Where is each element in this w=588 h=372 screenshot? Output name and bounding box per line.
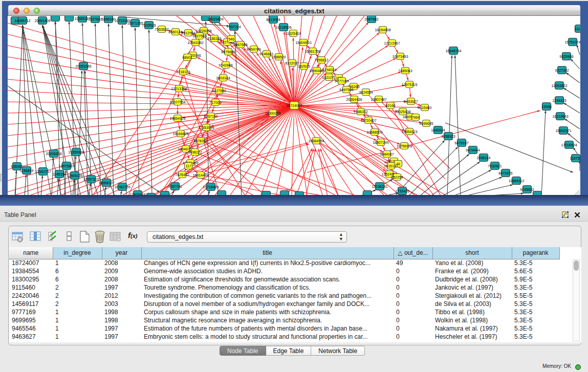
- svg-text:15720407: 15720407: [360, 119, 376, 122]
- svg-text:16107554: 16107554: [169, 100, 185, 104]
- svg-text:8186328: 8186328: [207, 37, 221, 40]
- svg-text:1145194: 1145194: [53, 172, 67, 176]
- svg-text:252254: 252254: [391, 176, 403, 179]
- svg-text:12505135: 12505135: [67, 174, 82, 178]
- svg-text:8454749: 8454749: [247, 48, 260, 51]
- svg-text:20206538: 20206538: [46, 152, 61, 156]
- svg-text:10654112: 10654112: [509, 179, 525, 183]
- svg-text:10973493: 10973493: [392, 55, 408, 58]
- svg-text:17957203: 17957203: [83, 178, 99, 181]
- svg-text:8267150: 8267150: [204, 115, 217, 118]
- svg-text:2087682: 2087682: [364, 17, 378, 21]
- svg-text:14055712: 14055712: [14, 19, 30, 23]
- svg-text:16782759: 16782759: [114, 185, 130, 189]
- svg-text:1527602: 1527602: [88, 17, 102, 21]
- svg-text:1615132: 1615132: [384, 164, 398, 168]
- svg-text:9777169: 9777169: [335, 79, 349, 83]
- svg-text:19756928: 19756928: [396, 144, 412, 148]
- svg-text:19654923: 19654923: [401, 130, 417, 134]
- svg-text:2935114: 2935114: [477, 156, 491, 160]
- svg-text:7986372: 7986372: [354, 110, 367, 114]
- svg-text:162625: 162625: [298, 64, 310, 68]
- svg-text:13226058: 13226058: [195, 29, 211, 33]
- svg-text:9358923: 9358923: [441, 135, 455, 138]
- svg-text:8875685: 8875685: [221, 50, 235, 54]
- svg-text:62160: 62160: [385, 104, 396, 107]
- svg-text:20053346: 20053346: [75, 64, 91, 68]
- svg-text:15958: 15958: [541, 105, 552, 108]
- svg-text:15692971: 15692971: [555, 129, 571, 133]
- svg-text:7632621: 7632621: [488, 164, 502, 168]
- svg-text:12213369: 12213369: [171, 87, 187, 91]
- svg-text:16154808: 16154808: [375, 28, 390, 32]
- svg-text:15136141: 15136141: [372, 185, 387, 188]
- svg-text:18724007: 18724007: [286, 104, 302, 107]
- svg-text:15716485: 15716485: [203, 185, 219, 189]
- svg-text:6497508: 6497508: [339, 88, 353, 92]
- svg-text:12942757: 12942757: [35, 170, 51, 173]
- svg-text:1156819: 1156819: [20, 169, 34, 172]
- svg-text:17359928: 17359928: [68, 150, 84, 154]
- svg-text:20691406: 20691406: [34, 19, 50, 23]
- svg-text:98901: 98901: [182, 56, 192, 59]
- svg-text:9245652: 9245652: [520, 188, 534, 191]
- svg-text:7563822: 7563822: [155, 28, 168, 31]
- svg-text:10025438: 10025438: [395, 110, 410, 114]
- svg-text:12353594: 12353594: [198, 126, 214, 129]
- svg-text:16914479: 16914479: [192, 173, 208, 177]
- svg-text:7357224: 7357224: [227, 25, 241, 29]
- svg-text:16671355: 16671355: [127, 21, 143, 25]
- svg-text:8678352: 8678352: [193, 139, 207, 143]
- svg-text:8660124: 8660124: [168, 30, 182, 34]
- svg-text:6794024: 6794024: [322, 68, 336, 72]
- svg-text:16648784: 16648784: [445, 49, 461, 53]
- svg-text:18807249: 18807249: [373, 141, 388, 144]
- svg-text:3624554: 3624554: [359, 91, 373, 94]
- svg-text:19384554: 19384554: [308, 139, 324, 143]
- svg-text:18300295: 18300295: [265, 112, 280, 115]
- svg-text:1244415: 1244415: [552, 99, 566, 102]
- svg-text:11122: 11122: [575, 27, 580, 31]
- svg-text:935061: 935061: [11, 165, 23, 168]
- svg-text:1733426: 1733426: [395, 189, 409, 193]
- svg-text:2803144: 2803144: [216, 76, 230, 80]
- svg-text:1621072: 1621072: [322, 76, 336, 79]
- svg-text:546: 546: [228, 37, 234, 41]
- svg-text:12213967: 12213967: [384, 41, 400, 45]
- svg-text:19218506: 19218506: [275, 26, 291, 29]
- svg-text:9884067: 9884067: [380, 152, 394, 156]
- svg-text:7955812: 7955812: [314, 58, 328, 62]
- svg-text:12093822: 12093822: [551, 84, 567, 87]
- svg-text:10958107: 10958107: [98, 181, 114, 185]
- svg-text:19166825: 19166825: [172, 132, 188, 136]
- svg-text:9115460: 9115460: [418, 106, 432, 110]
- svg-text:10543382: 10543382: [187, 41, 203, 45]
- svg-text:7515526: 7515526: [142, 24, 156, 27]
- svg-text:19854925: 19854925: [169, 117, 185, 120]
- svg-text:16033809: 16033809: [207, 17, 223, 21]
- svg-text:12975115: 12975115: [402, 83, 418, 86]
- svg-text:16210643: 16210643: [552, 115, 568, 118]
- svg-text:7485063: 7485063: [398, 69, 412, 73]
- svg-text:7964: 7964: [411, 116, 420, 119]
- svg-text:2867608: 2867608: [233, 43, 247, 47]
- svg-text:10807487: 10807487: [371, 98, 386, 101]
- svg-text:8471676: 8471676: [498, 171, 512, 175]
- svg-text:9329966: 9329966: [559, 55, 573, 58]
- svg-text:1588520: 1588520: [272, 55, 286, 59]
- svg-text:9827509: 9827509: [192, 34, 206, 38]
- svg-text:9463627: 9463627: [404, 100, 418, 103]
- svg-text:9699695: 9699695: [419, 122, 433, 125]
- svg-text:10688609: 10688609: [366, 130, 382, 134]
- svg-text:17016504: 17016504: [561, 143, 577, 147]
- svg-text:8813054: 8813054: [266, 18, 280, 21]
- svg-text:11325419: 11325419: [286, 32, 301, 35]
- svg-text:8990448: 8990448: [310, 69, 323, 73]
- svg-text:9242848: 9242848: [219, 63, 232, 67]
- svg-text:9474444: 9474444: [466, 148, 480, 152]
- svg-text:9457791: 9457791: [168, 185, 182, 188]
- svg-text:12923448: 12923448: [129, 193, 145, 195]
- svg-text:15409910: 15409910: [295, 41, 311, 45]
- svg-text:9227342: 9227342: [555, 69, 569, 72]
- svg-text:5498222: 5498222: [188, 150, 202, 154]
